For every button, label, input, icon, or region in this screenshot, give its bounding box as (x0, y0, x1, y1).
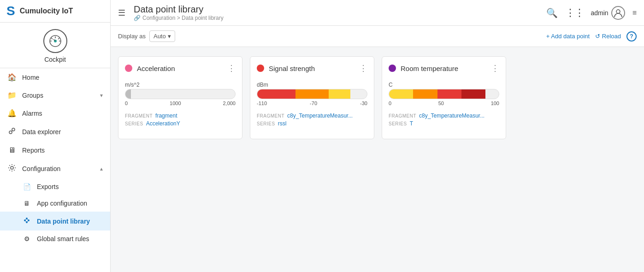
breadcrumb-icon: 🔗 (134, 15, 141, 21)
sub-actions: + Add data point ↺ Reload ? (546, 31, 637, 41)
signal-bar-container: -110 -70 -30 (257, 89, 367, 106)
sidebar-item-groups[interactable]: 📁 Groups ▾ (0, 86, 110, 104)
display-as-label: Display as (118, 33, 146, 40)
data-point-icon (22, 216, 31, 226)
sidebar-item-global-smart-rules-label: Global smart rules (37, 235, 89, 242)
svg-line-16 (25, 219, 27, 220)
groups-icon: 📁 (7, 91, 17, 100)
reports-icon: 🖥 (7, 146, 17, 154)
signal-dot (257, 65, 264, 72)
topbar-actions: 🔍 ⋮⋮ admin ≡ (546, 6, 637, 20)
sidebar-item-configuration-label: Configuration (22, 165, 60, 172)
signal-fragment-row: FRAGMENT c8y_TemperatureMeasur... (257, 112, 367, 119)
sidebar-item-configuration[interactable]: Configuration ▴ (0, 159, 110, 178)
signal-fill-yellow (329, 89, 351, 99)
signal-fill-orange (295, 89, 328, 99)
sidebar-item-home-label: Home (22, 74, 39, 81)
menu-icon[interactable]: ☰ (118, 8, 125, 18)
acceleration-bar-container: 0 1000 2,000 (125, 89, 236, 106)
temp-labels: 0 50 100 (389, 101, 499, 106)
temp-bar-fill (389, 89, 499, 99)
settings-icon[interactable]: ≡ (632, 9, 637, 17)
sidebar-item-home[interactable]: 🏠 Home (0, 68, 110, 86)
grid-icon[interactable]: ⋮⋮ (565, 7, 584, 19)
temp-fragment-label: FRAGMENT (389, 113, 416, 118)
groups-arrow: ▾ (100, 92, 103, 99)
signal-label-0: -110 (257, 101, 267, 106)
acceleration-bar-fill (125, 89, 235, 99)
svg-line-17 (27, 219, 29, 220)
temp-title: Room temperature (401, 65, 486, 72)
svg-point-20 (616, 10, 620, 13)
temp-unit: C (389, 82, 393, 88)
sidebar-item-data-explorer[interactable]: Data explorer (0, 122, 110, 142)
title-section: Data point library 🔗 Configuration > Dat… (134, 4, 541, 21)
signal-label-2: -30 (360, 101, 367, 106)
card-acceleration-body: m/s^2 0 1000 2,000 (118, 78, 242, 135)
acceleration-fragment-value: fragment (155, 112, 177, 119)
acceleration-series-label: SERIES (125, 121, 143, 126)
sidebar-item-alarms[interactable]: 🔔 Alarms (0, 104, 110, 122)
acceleration-unit: m/s^2 (125, 82, 140, 88)
sidebar-item-data-explorer-label: Data explorer (22, 128, 61, 136)
sidebar-item-app-configuration[interactable]: 🖥 App configuration (0, 195, 110, 212)
display-as-section: Display as Auto ▾ (118, 30, 175, 42)
temp-fill-yellow (389, 89, 413, 99)
cockpit-label: Cockpit (44, 56, 66, 63)
signal-series-label: SERIES (257, 121, 275, 126)
data-explorer-icon (7, 127, 17, 137)
svg-line-4 (51, 38, 53, 39)
topbar: ☰ Data point library 🔗 Configuration > D… (111, 0, 644, 26)
help-button[interactable]: ? (626, 31, 637, 41)
temp-menu-icon[interactable]: ⋮ (491, 63, 499, 73)
user-name: admin (591, 9, 609, 17)
temp-label-1: 50 (438, 101, 444, 106)
sidebar-logo: S Cumulocity IoT (0, 0, 110, 23)
temp-series-value: T (410, 120, 413, 127)
temp-gauge: C 0 50 100 (389, 82, 499, 106)
svg-line-10 (12, 131, 12, 131)
svg-line-19 (27, 220, 29, 222)
add-data-point-button[interactable]: + Add data point (546, 33, 590, 40)
acceleration-label-1: 1000 (170, 101, 181, 106)
sidebar-item-data-point-library[interactable]: Data point library (0, 212, 110, 231)
alarms-icon: 🔔 (7, 109, 17, 118)
home-icon: 🏠 (7, 73, 17, 82)
exports-icon: 📄 (22, 183, 31, 190)
signal-menu-icon[interactable]: ⋮ (359, 63, 367, 73)
acceleration-labels: 0 1000 2,000 (125, 101, 236, 106)
svg-point-11 (11, 166, 13, 169)
reload-button[interactable]: ↺ Reload (595, 33, 621, 40)
signal-fragment-value: c8y_TemperatureMeasur... (287, 112, 353, 119)
user-menu[interactable]: admin (591, 6, 625, 20)
acceleration-meta: FRAGMENT fragment SERIES AccelerationY (125, 112, 236, 127)
card-acceleration-header: Acceleration ⋮ (118, 57, 242, 78)
acceleration-menu-icon[interactable]: ⋮ (227, 63, 236, 73)
signal-fragment-label: FRAGMENT (257, 113, 284, 118)
sidebar-item-global-smart-rules[interactable]: ⚙ Global smart rules (0, 231, 110, 247)
svg-line-18 (25, 220, 27, 222)
breadcrumb: 🔗 Configuration > Data point library (134, 15, 541, 21)
card-room-temperature: Room temperature ⋮ C (382, 56, 506, 139)
signal-series-value: rssl (278, 120, 287, 127)
sidebar-item-reports[interactable]: 🖥 Reports (0, 142, 110, 159)
acceleration-series-row: SERIES AccelerationY (125, 120, 236, 127)
acceleration-title: Acceleration (137, 65, 223, 72)
acceleration-fragment-label: FRAGMENT (125, 113, 153, 118)
user-avatar (611, 6, 625, 20)
cockpit-icon (43, 29, 67, 53)
temp-dot (389, 65, 396, 72)
svg-line-2 (58, 38, 59, 39)
display-as-select[interactable]: Auto ▾ (149, 30, 175, 42)
search-icon[interactable]: 🔍 (546, 7, 558, 18)
signal-title: Signal strength (269, 65, 354, 72)
sidebar-item-groups-label: Groups (22, 92, 43, 99)
signal-fill-red (257, 89, 295, 99)
sidebar-item-exports[interactable]: 📄 Exports (0, 178, 110, 195)
temp-fill-red (437, 89, 461, 99)
card-signal-strength: Signal strength ⋮ dBm (250, 56, 374, 139)
cards-container: Acceleration ⋮ m/s^2 0 1000 (111, 47, 644, 148)
acceleration-fragment-row: FRAGMENT fragment (125, 112, 236, 119)
temp-bar-container: 0 50 100 (389, 89, 499, 106)
temp-series-row: SERIES T (389, 120, 499, 127)
